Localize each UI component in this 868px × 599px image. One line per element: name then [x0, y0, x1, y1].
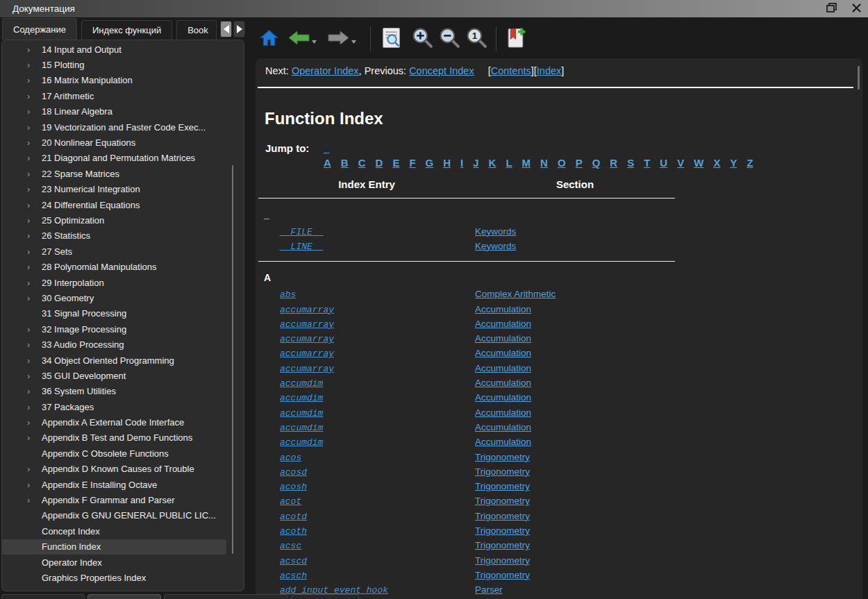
chevron-right-icon[interactable]: ›	[27, 92, 37, 101]
tree-item[interactable]: › Appendix D Known Causes of Trouble	[2, 462, 244, 477]
section-link[interactable]: Keywords	[475, 241, 516, 251]
jump-letter-link[interactable]: E	[392, 157, 399, 169]
tree-item[interactable]: › Appendix C Obsolete Functions	[2, 446, 244, 461]
jump-letter-link[interactable]: G	[426, 157, 434, 169]
function-entry-link[interactable]: accumdim	[280, 378, 323, 389]
back-button[interactable]	[288, 30, 317, 48]
section-link[interactable]: Parser	[475, 584, 503, 595]
tree-item[interactable]: › 18 Linear Algebra	[2, 104, 244, 119]
jump-letter-link[interactable]: Q	[592, 157, 601, 169]
jump-letter-link[interactable]: B	[341, 157, 349, 169]
chevron-right-icon[interactable]: ›	[27, 403, 37, 412]
section-link[interactable]: Accumulation	[475, 333, 531, 344]
tree-item[interactable]: › 28 Polynomial Manipulations	[2, 259, 244, 274]
function-entry-link[interactable]: accumarray	[280, 364, 334, 374]
chevron-right-icon[interactable]: ›	[27, 138, 37, 147]
close-window-button[interactable]	[849, 1, 864, 17]
content-scrollbar[interactable]	[858, 66, 860, 90]
tree-item[interactable]: › 23 Numerical Integration	[2, 182, 244, 197]
tree-item[interactable]: › 22 Sparse Matrices	[2, 166, 244, 181]
jump-letter-link[interactable]: L	[506, 157, 512, 169]
tree-item[interactable]: › Appendix F Grammar and Parser	[2, 492, 244, 507]
jump-letter-link[interactable]: O	[558, 157, 566, 169]
function-entry-link[interactable]: acot	[280, 496, 301, 507]
jump-letter-link[interactable]: U	[660, 157, 667, 169]
section-link[interactable]: Accumulation	[475, 407, 531, 418]
jump-letter-link[interactable]: M	[522, 157, 531, 169]
sidebar-scrollbar[interactable]	[232, 165, 233, 554]
tree-item[interactable]: › Function Index	[2, 539, 226, 555]
function-entry-link[interactable]: accumdim	[280, 393, 323, 403]
chevron-right-icon[interactable]: ›	[27, 185, 37, 194]
jump-letter-underscore-link[interactable]: _	[324, 142, 329, 154]
chevron-right-icon[interactable]: ›	[27, 169, 37, 178]
jump-letter-link[interactable]: T	[644, 157, 650, 169]
tree-item[interactable]: › 30 Geometry	[2, 290, 244, 305]
zoom-in-button[interactable]	[412, 27, 433, 51]
jump-letter-link[interactable]: I	[460, 157, 463, 169]
section-link[interactable]: Trigonometry	[475, 511, 530, 521]
jump-letter-link[interactable]: W	[694, 157, 703, 169]
chevron-right-icon[interactable]: ›	[27, 247, 37, 256]
chevron-right-icon[interactable]: ›	[27, 60, 37, 69]
section-link[interactable]: Accumulation	[475, 319, 531, 329]
chevron-right-icon[interactable]: ›	[27, 433, 37, 442]
tree-item[interactable]: › Appendix E Installing Octave	[2, 477, 244, 492]
chevron-right-icon[interactable]: ›	[27, 480, 37, 489]
chevron-right-icon[interactable]: ›	[27, 387, 37, 396]
tree-item[interactable]: › 29 Interpolation	[2, 275, 244, 290]
home-button[interactable]	[260, 28, 278, 49]
bottom-bar-button[interactable]	[87, 594, 161, 599]
tree-item[interactable]: › 25 Optimization	[2, 212, 244, 228]
function-entry-link[interactable]: accumarray	[280, 348, 334, 359]
chevron-right-icon[interactable]: ›	[27, 278, 37, 287]
section-link[interactable]: Complex Arithmetic	[475, 289, 556, 299]
section-link[interactable]: Accumulation	[475, 392, 531, 403]
section-link[interactable]: Accumulation	[475, 422, 531, 432]
jump-letter-link[interactable]: F	[409, 157, 415, 169]
jump-letter-link[interactable]: C	[358, 157, 366, 169]
chevron-right-icon[interactable]: ›	[27, 153, 37, 162]
chevron-right-icon[interactable]: ›	[27, 45, 37, 54]
tree-item[interactable]: › Operator Index	[2, 555, 244, 570]
bottom-bar-button[interactable]	[292, 594, 359, 599]
jump-letter-link[interactable]: P	[576, 157, 583, 169]
jump-letter-link[interactable]: D	[376, 157, 383, 169]
tab-function-index[interactable]: Индекс функций	[81, 20, 172, 40]
tree-item[interactable]: › 27 Sets	[2, 244, 244, 259]
section-link[interactable]: Accumulation	[475, 378, 531, 388]
tree-item[interactable]: › 33 Audio Processing	[2, 337, 244, 352]
zoom-original-button[interactable]: 1	[466, 27, 487, 51]
function-entry-link[interactable]: abs	[280, 289, 296, 300]
jump-letter-link[interactable]: H	[443, 157, 451, 169]
index-link[interactable]: Index	[537, 65, 561, 76]
section-link[interactable]: Keywords	[475, 226, 516, 237]
bookmark-add-button[interactable]	[506, 27, 526, 51]
tree-item[interactable]: › 31 Signal Processing	[2, 306, 244, 321]
chevron-right-icon[interactable]: ›	[27, 496, 37, 505]
tree-item[interactable]: › 15 Plotting	[2, 57, 244, 72]
tree-item[interactable]: › 32 Image Processing	[2, 321, 244, 337]
tab-scroll-left-button[interactable]	[220, 21, 232, 37]
function-entry-link[interactable]: accumdim	[280, 408, 323, 419]
section-link[interactable]: Trigonometry	[475, 555, 530, 566]
tree-item[interactable]: › Graphics Properties Index	[2, 570, 244, 585]
restore-window-button[interactable]	[824, 1, 839, 17]
section-link[interactable]: Accumulation	[475, 304, 531, 314]
previous-link[interactable]: Concept Index	[409, 65, 474, 76]
section-link[interactable]: Accumulation	[475, 348, 531, 358]
jump-letter-link[interactable]: A	[324, 157, 331, 169]
chevron-right-icon[interactable]: ›	[27, 76, 37, 85]
section-link[interactable]: Trigonometry	[475, 496, 530, 506]
jump-letter-link[interactable]: V	[677, 157, 684, 169]
section-link[interactable]: Trigonometry	[475, 466, 530, 477]
chevron-right-icon[interactable]: ›	[27, 418, 37, 427]
function-entry-link[interactable]: acotd	[280, 512, 307, 522]
function-entry-link[interactable]: accumarray	[280, 319, 334, 330]
jump-letter-link[interactable]: X	[713, 157, 720, 169]
function-entry-link[interactable]: accumdim	[280, 437, 323, 448]
chevron-right-icon[interactable]: ›	[27, 356, 37, 365]
section-link[interactable]: Trigonometry	[475, 570, 530, 580]
tree-item[interactable]: › 24 Differential Equations	[2, 197, 244, 212]
section-link[interactable]: Trigonometry	[475, 540, 530, 550]
